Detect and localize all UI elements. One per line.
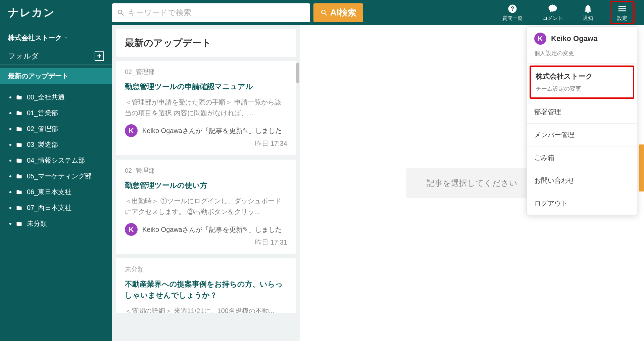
header: ナレカン AI検索 ? 質問一覧 コメント 通知 設定 [0, 0, 644, 25]
search-icon [117, 8, 125, 17]
sidebar-folder[interactable]: 07_西日本支社 [0, 200, 112, 216]
folder-header: フォルダ + [0, 48, 112, 65]
folder-icon [15, 110, 23, 116]
settings-dropdown: K Keiko Ogawa 個人設定の変更 株式会社ストーク チーム設定の変更 … [527, 26, 637, 215]
menu-trash[interactable]: ごみ箱 [527, 146, 637, 169]
folder-icon [15, 173, 23, 179]
card-category: 未分類 [125, 265, 287, 274]
menu-members[interactable]: メンバー管理 [527, 124, 637, 146]
settings-button[interactable]: 設定 [610, 1, 635, 24]
comment-label: コメント [543, 15, 563, 22]
list-card[interactable]: 未分類 不動産業界への提案事例をお持ちの方、いらっしゃいませんでしょうか？ ＜質… [116, 258, 296, 313]
header-icons: ? 質問一覧 コメント 通知 設定 [499, 1, 635, 24]
notify-button[interactable]: 通知 [580, 2, 596, 23]
folder-list: 00_全社共通 01_営業部 02_管理部 03_製造部 04_情報システム部 … [0, 84, 112, 237]
menu-logout[interactable]: ログアウト [527, 192, 637, 215]
comment-button[interactable]: コメント [539, 2, 566, 23]
card-excerpt: ＜管理部が申請を受けた際の手順＞ 申請一覧から該当の項目を選択 内容に問題がなけ… [125, 97, 287, 118]
qa-label: 質問一覧 [502, 15, 523, 22]
main-placeholder: 記事を選択してください [406, 168, 538, 198]
folder-name: 01_営業部 [27, 109, 58, 118]
cards-scroll[interactable]: 02_管理部 勤怠管理ツールの申請確認マニュアル ＜管理部が申請を受けた際の手順… [112, 61, 300, 313]
sidebar-folder[interactable]: 03_製造部 [0, 137, 112, 153]
side-tab[interactable] [639, 144, 644, 191]
notify-label: 通知 [583, 15, 593, 22]
sidebar-folder[interactable]: 02_管理部 [0, 121, 112, 137]
add-folder-button[interactable]: + [95, 51, 104, 61]
folder-icon [15, 189, 23, 195]
team-name: 株式会社ストーク [536, 72, 628, 81]
qa-list-button[interactable]: ? 質問一覧 [499, 2, 526, 23]
user-name: Keiko Ogawa [551, 34, 597, 43]
app-logo: ナレカン [8, 5, 112, 20]
org-name: 株式会社ストーク [8, 33, 62, 42]
card-author: Keiko Ogawaさんが「記事を更新✎」しました [142, 125, 282, 136]
card-category: 02_管理部 [125, 166, 287, 175]
hamburger-icon [617, 4, 627, 14]
menu-departments[interactable]: 部署管理 [527, 101, 637, 124]
card-excerpt: ＜質問の詳細＞ 来週11/21に、100名規模の不動... [125, 305, 287, 313]
team-settings[interactable]: 株式会社ストーク チーム設定の変更 [530, 66, 634, 99]
personal-settings[interactable]: K Keiko Ogawa 個人設定の変更 [527, 27, 637, 63]
folder-name: 04_情報システム部 [27, 156, 85, 165]
sidebar-folder[interactable]: 06_東日本支社 [0, 184, 112, 200]
menu-contact[interactable]: お問い合わせ [527, 169, 637, 192]
card-excerpt: ＜出勤時＞ ①ツールにログインし、ダッシュボードにアクセスします。 ②出勤ボタン… [125, 196, 287, 217]
card-author: Keiko Ogawaさんが「記事を更新✎」しました [142, 224, 282, 235]
sidebar: 株式会社ストーク フォルダ + 最新のアップデート 00_全社共通 01_営業部… [0, 25, 112, 341]
card-title: 勤怠管理ツールの使い方 [125, 180, 287, 191]
card-title: 不動産業界への提案事例をお持ちの方、いらっしゃいませんでしょうか？ [125, 279, 287, 301]
folder-icon [15, 94, 23, 100]
sidebar-folder[interactable]: 05_マーケティング部 [0, 168, 112, 184]
sidebar-folder[interactable]: 04_情報システム部 [0, 153, 112, 168]
folder-name: 05_マーケティング部 [27, 172, 92, 181]
scrollbar-thumb[interactable] [296, 63, 299, 83]
avatar: K [534, 33, 546, 45]
folder-icon [15, 158, 23, 164]
chevron-down-icon [64, 36, 68, 40]
list-header: 最新のアップデート [116, 29, 296, 57]
folder-name: 未分類 [27, 219, 47, 228]
org-selector[interactable]: 株式会社ストーク [0, 32, 112, 48]
card-time: 昨日 17:34 [125, 139, 287, 148]
card-author-row: K Keiko Ogawaさんが「記事を更新✎」しました [125, 124, 287, 137]
avatar: K [125, 223, 138, 236]
list-card[interactable]: 02_管理部 勤怠管理ツールの使い方 ＜出勤時＞ ①ツールにログインし、ダッシュ… [116, 160, 296, 254]
sidebar-folder[interactable]: 01_営業部 [0, 105, 112, 121]
personal-sub: 個人設定の変更 [534, 49, 630, 57]
ai-search-label: AI検索 [330, 7, 356, 18]
search-box[interactable] [112, 3, 310, 22]
bell-icon [583, 4, 593, 14]
card-category: 02_管理部 [125, 68, 287, 76]
folder-icon [15, 142, 23, 148]
card-author-row: K Keiko Ogawaさんが「記事を更新✎」しました [125, 223, 287, 236]
avatar: K [125, 124, 138, 137]
sidebar-folder[interactable]: 未分類 [0, 216, 112, 231]
folder-icon [15, 205, 23, 211]
folder-name: 02_管理部 [27, 124, 58, 133]
list-column: 最新のアップデート 02_管理部 勤怠管理ツールの申請確認マニュアル ＜管理部が… [112, 25, 300, 341]
question-icon: ? [507, 4, 517, 14]
ai-search-button[interactable]: AI検索 [313, 3, 363, 22]
card-title: 勤怠管理ツールの申請確認マニュアル [125, 81, 287, 92]
folder-icon [15, 126, 23, 132]
settings-label: 設定 [617, 15, 627, 22]
list-card[interactable]: 02_管理部 勤怠管理ツールの申請確認マニュアル ＜管理部が申請を受けた際の手順… [116, 61, 296, 155]
folder-name: 03_製造部 [27, 140, 58, 149]
comment-icon [548, 4, 558, 14]
search-icon [320, 9, 328, 17]
folder-name: 07_西日本支社 [27, 203, 71, 212]
folder-name: 00_全社共通 [27, 93, 65, 102]
search-wrap: AI検索 [112, 3, 363, 22]
team-sub: チーム設定の変更 [536, 85, 628, 93]
svg-text:?: ? [511, 5, 514, 12]
sidebar-folder[interactable]: 00_全社共通 [0, 89, 112, 105]
sidebar-item-latest[interactable]: 最新のアップデート [0, 68, 112, 84]
card-time: 昨日 17:31 [125, 238, 287, 247]
folder-icon [15, 221, 23, 227]
folder-name: 06_東日本支社 [27, 187, 71, 197]
search-input[interactable] [128, 8, 305, 17]
folder-label: フォルダ [8, 51, 39, 61]
